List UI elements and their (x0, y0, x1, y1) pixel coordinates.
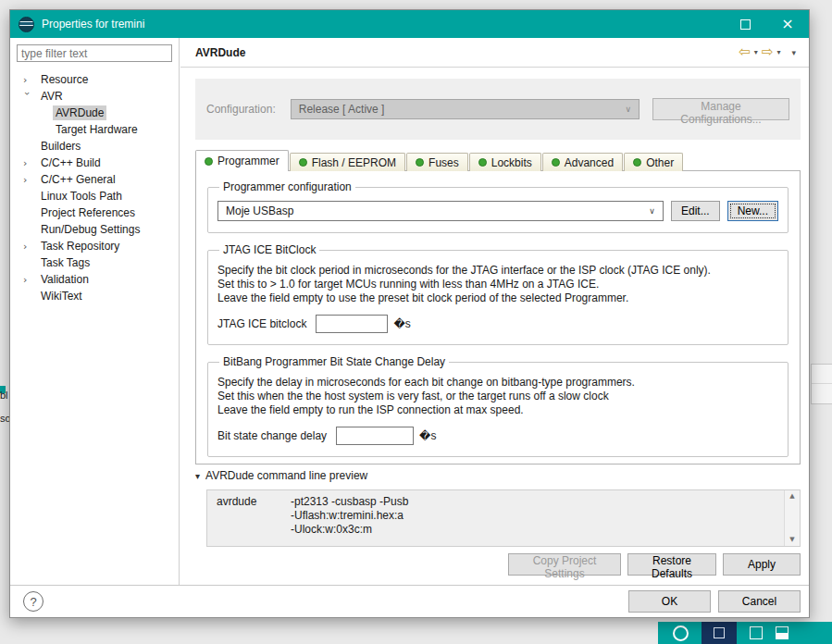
sidebar-item-avr[interactable]: ›AVR (10, 88, 179, 105)
view-menu-icon[interactable]: ▾ (791, 48, 796, 57)
description-text: Set this to > 1.0 for target MCUs runnin… (217, 278, 778, 291)
restore-defaults-button[interactable]: Restore Defaults (627, 553, 716, 576)
tab-advanced[interactable]: Advanced (542, 153, 623, 171)
description-text: Specify the bit clock period in microsec… (217, 264, 778, 278)
sidebar-item-validation[interactable]: ›Validation (10, 271, 179, 288)
tab-bar: Programmer Flash / EEPROM Fuses Lockbits… (195, 150, 801, 171)
sidebar-item-project-references[interactable]: Project References (10, 204, 179, 221)
tab-flash-eeprom[interactable]: Flash / EEPROM (290, 153, 405, 171)
titlebar[interactable]: Properties for tremini × (10, 10, 809, 38)
help-button[interactable]: ? (23, 591, 43, 612)
properties-dialog: Properties for tremini × ›Resource ›AVR … (9, 9, 810, 618)
chevron-right-icon[interactable]: › (23, 175, 38, 185)
command-name: avrdude (217, 495, 291, 509)
microseconds-unit: �s (393, 317, 410, 330)
maximize-icon (740, 19, 751, 30)
tab-fuses[interactable]: Fuses (406, 153, 468, 171)
sidebar-item-cpp-general[interactable]: ›C/C++ General (10, 171, 179, 188)
new-programmer-button[interactable]: New... (727, 201, 778, 221)
tab-programmer[interactable]: Programmer (195, 150, 289, 171)
configuration-panel: Configuration: Release [ Active ] ∨ Mana… (195, 79, 801, 140)
chevron-right-icon[interactable]: › (23, 242, 38, 252)
sidebar-item-linux-tools-path[interactable]: Linux Tools Path (10, 188, 179, 204)
chevron-down-icon[interactable]: › (22, 92, 32, 106)
bit-state-delay-input[interactable] (336, 427, 414, 445)
manage-configurations-button[interactable]: Manage Configurations... (652, 98, 789, 120)
scroll-down-icon[interactable]: ▼ (789, 537, 794, 543)
bit-state-delay-label: Bit state change delay (217, 429, 327, 442)
green-dot-icon (552, 158, 560, 167)
window-controls: × (724, 10, 809, 38)
eclipse-app-icon (19, 17, 34, 32)
background-window-fragment (811, 364, 832, 404)
group-title: Programmer configuration (219, 180, 355, 193)
programmer-select[interactable]: Moje USBasp ∨ (217, 201, 664, 221)
command-line-preview-toggle[interactable]: ▾ AVRDude command line preview (195, 469, 367, 482)
configuration-select[interactable]: Release [ Active ] ∨ (291, 99, 640, 119)
forward-arrow-icon[interactable]: ⇨ (762, 45, 774, 59)
sidebar-item-avrdude[interactable]: AVRDude (10, 105, 179, 121)
sidebar-item-resource[interactable]: ›Resource (10, 71, 179, 88)
jtag-bitclock-label: JTAG ICE bitclock (217, 317, 306, 330)
image-icon[interactable] (776, 626, 789, 639)
chevron-right-icon[interactable]: › (23, 75, 38, 85)
taskbar-icon[interactable] (750, 626, 763, 639)
properties-sidebar: ›Resource ›AVR AVRDude Target Hardware B… (10, 38, 180, 585)
properties-tree: ›Resource ›AVR AVRDude Target Hardware B… (10, 71, 179, 304)
microseconds-unit: �s (419, 429, 436, 442)
command-arg: -pt2313 -cusbasp -Pusb (291, 495, 408, 509)
command-line: -Ulock:w:0x3c:m (217, 523, 776, 537)
taskbar-fragment (658, 622, 832, 644)
app-window-icon (714, 627, 725, 638)
sidebar-item-wikitext[interactable]: WikiText (10, 288, 179, 304)
sidebar-item-target-hardware[interactable]: Target Hardware (10, 121, 179, 138)
preview-scrollbar[interactable]: ▲ ▼ (784, 490, 800, 546)
background-text-fragment: bl (0, 390, 8, 401)
description-text: Leave the field empty to use the preset … (217, 291, 778, 305)
sidebar-item-cpp-build[interactable]: ›C/C++ Build (10, 155, 179, 171)
jtag-bitclock-group: JTAG ICE BitClock Specify the bit clock … (207, 243, 789, 345)
chevron-right-icon[interactable]: › (23, 158, 38, 168)
close-icon: × (781, 17, 793, 31)
programmer-configuration-group: Programmer configuration Moje USBasp ∨ E… (207, 180, 789, 233)
command-arg: -Ulock:w:0x3c:m (291, 523, 372, 537)
green-dot-icon (478, 158, 487, 167)
desktop: bl so Properties for tremini × ›Re (0, 0, 832, 644)
green-dot-icon (416, 158, 424, 167)
back-dropdown-icon[interactable]: ▾ (754, 48, 758, 56)
command-line-preview-box: avrdude -pt2313 -cusbasp -Pusb -Uflash:w… (206, 489, 801, 547)
cancel-button[interactable]: Cancel (718, 590, 801, 613)
command-line: -Uflash:w:tremini.hex:a (217, 509, 776, 523)
jtag-bitclock-input[interactable] (316, 315, 388, 333)
chevron-right-icon[interactable]: › (23, 275, 38, 285)
sidebar-item-task-tags[interactable]: Task Tags (10, 254, 179, 271)
chevron-down-icon: ∨ (625, 105, 631, 114)
taskbar-app-button[interactable] (702, 622, 737, 644)
close-button[interactable]: × (766, 10, 809, 38)
sidebar-item-builders[interactable]: Builders (10, 138, 179, 155)
filter-input[interactable] (17, 44, 172, 62)
history-navigation: ⇦ ▾ ⇨ ▾ ▾ (739, 45, 796, 59)
group-title: BitBang Programmer Bit State Change Dela… (219, 355, 449, 368)
clock-icon[interactable] (673, 625, 689, 641)
tab-lockbits[interactable]: Lockbits (469, 153, 541, 171)
forward-dropdown-icon[interactable]: ▾ (776, 48, 780, 56)
description-text: Set this when the the host system is ver… (217, 390, 778, 403)
maximize-button[interactable] (724, 10, 766, 38)
sidebar-item-run-debug-settings[interactable]: Run/Debug Settings (10, 221, 179, 238)
window-title: Properties for tremini (42, 18, 144, 31)
configuration-label: Configuration: (206, 103, 276, 116)
tab-other[interactable]: Other (624, 153, 683, 171)
edit-programmer-button[interactable]: Edit... (671, 201, 720, 221)
programmer-value: Moje USBasp (226, 204, 293, 217)
dialog-footer: ? OK Cancel (10, 585, 809, 617)
back-arrow-icon[interactable]: ⇦ (739, 45, 751, 59)
sidebar-item-task-repository[interactable]: ›Task Repository (10, 238, 179, 254)
scroll-up-icon[interactable]: ▲ (789, 493, 794, 500)
ok-button[interactable]: OK (628, 590, 711, 613)
copy-project-settings-button[interactable]: Copy Project Settings (508, 553, 621, 576)
page-title: AVRDude (195, 46, 245, 59)
apply-button[interactable]: Apply (723, 553, 801, 576)
description-text: Specify the delay in microseconds for ea… (217, 376, 778, 390)
bitbang-delay-group: BitBang Programmer Bit State Change Dela… (207, 355, 789, 457)
